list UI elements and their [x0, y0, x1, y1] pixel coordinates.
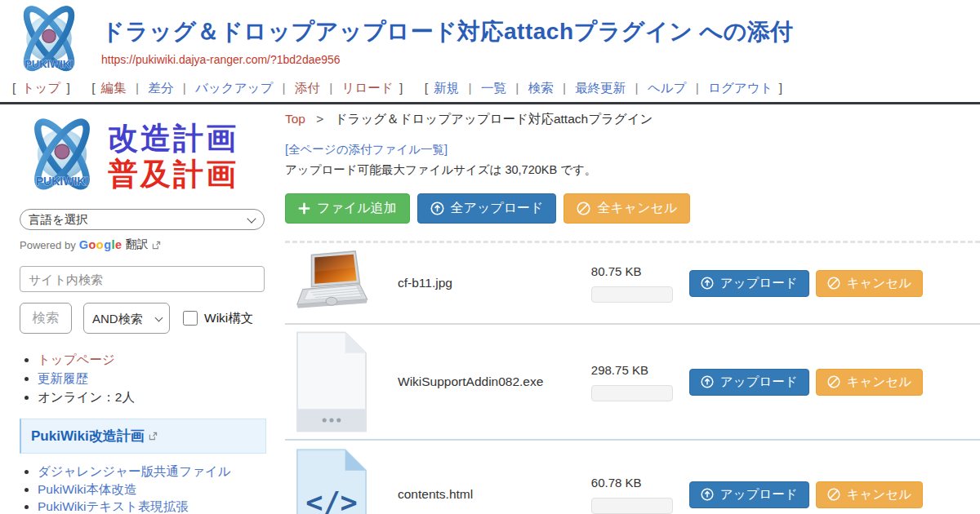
- pukiwiki-logo-text: PUKIWIKI: [36, 175, 89, 188]
- upload-file-list: cf-b11.jpg 80.75 KB アップロード: [285, 241, 980, 514]
- file-row: WikiSupportAddin082.exe 298.75 KB アップロード: [285, 325, 980, 441]
- sidebar-item-core-mod[interactable]: PukiWiki本体改造: [38, 482, 136, 496]
- cancel-all-label: 全キャンセル: [597, 200, 677, 217]
- bracket: ]: [399, 81, 403, 95]
- cancel-button[interactable]: キャンセル: [816, 481, 923, 508]
- upload-all-label: 全アップロード: [451, 200, 544, 217]
- breadcrumb-separator: >: [316, 112, 323, 126]
- nav-item-top[interactable]: トップ: [22, 81, 61, 95]
- nav-item-list[interactable]: 一覧: [481, 81, 506, 95]
- nav-item-diff[interactable]: 差分: [148, 81, 173, 95]
- add-files-label: ファイル追加: [317, 200, 397, 217]
- page-title: ドラッグ＆ドロップアップロード対応attachプラグイン への添付: [101, 16, 794, 47]
- nav-item-edit[interactable]: 編集: [101, 81, 127, 95]
- page-header: PUKIWIKI ドラッグ＆ドロップアップロード対応attachプラグイン への…: [0, 0, 980, 79]
- list-item: PukiWiki本体改造: [38, 481, 282, 497]
- sidebar-section-box: PukiWiki改造計画: [20, 419, 266, 454]
- nav-item-help[interactable]: ヘルプ: [648, 81, 687, 95]
- upload-button[interactable]: アップロード: [689, 369, 809, 396]
- sidebar-item-common-files[interactable]: ダジャレンジャー版共通ファイル: [38, 464, 231, 478]
- translate-link[interactable]: 翻訳: [126, 237, 149, 252]
- upload-all-button[interactable]: 全アップロード: [417, 193, 557, 224]
- file-size: 60.78 KB: [591, 476, 676, 490]
- pukiwiki-logo-text: PUKIWIKI: [24, 58, 74, 70]
- cancel-label: キャンセル: [847, 486, 911, 503]
- nav-item-new[interactable]: 新規: [434, 81, 459, 95]
- language-select[interactable]: 言語を選択: [20, 209, 265, 230]
- cancel-label: キャンセル: [847, 374, 911, 391]
- sidebar-logo[interactable]: PUKIWIKI 改造計画 普及計画: [20, 116, 282, 197]
- cancel-circle-icon: [827, 488, 840, 501]
- separator: |: [183, 81, 186, 95]
- plus-icon: [298, 202, 310, 215]
- cancel-circle-icon: [827, 375, 840, 388]
- laptop-photo-thumbnail: [294, 250, 369, 317]
- file-row-actions: アップロード キャンセル: [689, 270, 923, 297]
- add-files-button[interactable]: ファイル追加: [285, 193, 410, 224]
- upload-button[interactable]: アップロード: [689, 481, 809, 508]
- list-item: ダジャレンジャー版共通ファイル: [38, 463, 282, 479]
- max-upload-size-text: アップロード可能最大ファイルサイズは 30,720KB です。: [285, 162, 980, 178]
- upload-button[interactable]: アップロード: [689, 270, 809, 297]
- upload-circle-icon: [701, 277, 714, 290]
- bracket: ]: [779, 81, 782, 95]
- upload-label: アップロード: [720, 486, 798, 503]
- cancel-circle-icon: [577, 202, 590, 215]
- breadcrumb: Top > ドラッグ＆ドロップアップロード対応attachプラグイン: [285, 111, 980, 128]
- section-title-text: PukiWiki改造計画: [31, 427, 145, 445]
- upload-circle-icon: [701, 488, 714, 501]
- bracket: [: [91, 81, 95, 95]
- sidebar-item-text-ext[interactable]: PukiWikiテキスト表現拡張: [38, 499, 189, 513]
- cancel-all-button[interactable]: 全キャンセル: [564, 193, 690, 224]
- file-thumbnail: [285, 250, 370, 317]
- nav-item-attach[interactable]: 添付: [295, 81, 320, 95]
- cancel-label: キャンセル: [847, 275, 911, 292]
- upload-circle-icon: [430, 202, 444, 215]
- bracket: [: [425, 81, 428, 95]
- list-item: トップページ: [38, 352, 282, 368]
- sidebar-item-update-history[interactable]: 更新履歴: [38, 371, 88, 385]
- nav-group-page: [ 編集 | 差分 | バックアップ | 添付 | リロード ]: [89, 81, 408, 95]
- nav-item-reload[interactable]: リロード: [342, 81, 394, 95]
- upload-progress-bar: [591, 385, 673, 401]
- pukiwiki-atom-icon: PUKIWIKI: [20, 116, 105, 197]
- header-text-block: ドラッグ＆ドロップアップロード対応attachプラグイン への添付 https:…: [101, 16, 794, 66]
- sidebar-section-title-link[interactable]: PukiWiki改造計画: [31, 427, 158, 445]
- file-row-actions: アップロード キャンセル: [689, 481, 923, 508]
- breadcrumb-current: ドラッグ＆ドロップアップロード対応attachプラグイン: [335, 112, 653, 126]
- pukiwiki-logo[interactable]: PUKIWIKI: [10, 4, 88, 81]
- file-name: cf-b11.jpg: [370, 276, 591, 290]
- nav-item-recent[interactable]: 最終更新: [575, 81, 626, 95]
- separator: |: [635, 81, 639, 95]
- language-select-wrap: 言語を選択: [20, 209, 265, 230]
- cancel-button[interactable]: キャンセル: [816, 369, 923, 396]
- wiki-syntax-checkbox[interactable]: [183, 311, 198, 326]
- online-count: オンライン：2人: [38, 390, 135, 404]
- nav-group-top: [ トップ ]: [10, 81, 76, 95]
- file-row: cf-b11.jpg 80.75 KB アップロード: [285, 243, 980, 325]
- separator: |: [283, 81, 286, 95]
- upload-label: アップロード: [720, 374, 798, 391]
- sidebar-item-top-page[interactable]: トップページ: [38, 352, 115, 366]
- bracket: ]: [67, 81, 70, 95]
- site-search-input[interactable]: [20, 266, 265, 292]
- cancel-button[interactable]: キャンセル: [816, 270, 923, 297]
- nav-item-logout[interactable]: ログアウト: [708, 81, 773, 95]
- upload-label: アップロード: [720, 275, 798, 292]
- search-mode-select[interactable]: AND検索: [83, 303, 170, 334]
- nav-group-site: [ 新規 | 一覧 | 検索 | 最終更新 | ヘルプ | ログアウト ]: [422, 81, 785, 95]
- file-size-cell: 298.75 KB: [591, 363, 676, 401]
- nav-item-backup[interactable]: バックアップ: [195, 81, 273, 95]
- external-link-icon: [152, 241, 161, 250]
- file-thumbnail: [285, 330, 370, 433]
- all-attachments-link[interactable]: [全ページの添付ファイル一覧]: [285, 142, 448, 157]
- separator: |: [469, 81, 472, 95]
- page-url: https://pukiwiki.dajya-ranger.com/?1bd2d…: [101, 53, 794, 66]
- file-row-actions: アップロード キャンセル: [689, 369, 923, 396]
- wiki-syntax-label: Wiki構文: [204, 310, 253, 327]
- separator: |: [563, 81, 566, 95]
- nav-item-search[interactable]: 検索: [528, 81, 554, 95]
- generic-file-icon: [296, 330, 368, 433]
- breadcrumb-home[interactable]: Top: [285, 112, 305, 126]
- search-button[interactable]: 検索: [20, 303, 72, 334]
